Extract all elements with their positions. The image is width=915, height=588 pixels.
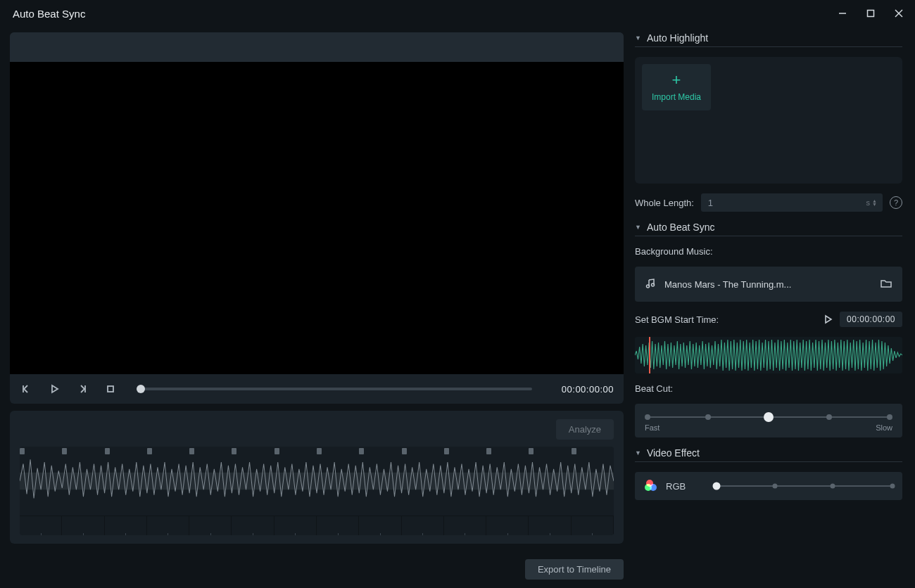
chevron-down-icon: ▼ xyxy=(635,34,641,41)
plus-icon: + xyxy=(672,72,681,88)
bgm-playhead[interactable] xyxy=(649,337,650,373)
video-effect-name: RGB xyxy=(666,481,708,492)
beat-cut-slider[interactable] xyxy=(648,416,890,418)
video-effect-slider[interactable] xyxy=(717,485,892,487)
background-music-row: Manos Mars - The Tunning.m... xyxy=(635,267,902,302)
titlebar: Auto Beat Sync xyxy=(0,0,915,27)
play-button[interactable] xyxy=(48,383,61,395)
whole-length-unit: s xyxy=(866,198,871,207)
next-frame-button[interactable] xyxy=(76,383,89,395)
bgm-start-value[interactable]: 00:00:00:00 xyxy=(840,312,902,327)
whole-length-label: Whole Length: xyxy=(635,198,694,208)
minimize-icon[interactable] xyxy=(835,6,850,21)
section-auto-beat-sync[interactable]: ▼ Auto Beat Sync xyxy=(635,222,902,236)
media-dropzone[interactable]: + Import Media xyxy=(635,57,902,184)
maximize-icon[interactable] xyxy=(863,6,878,21)
analyze-button[interactable]: Analyze xyxy=(556,419,614,440)
folder-icon[interactable] xyxy=(880,278,892,291)
whole-length-input[interactable]: 1 s ▲▼ xyxy=(701,193,883,212)
svg-rect-7 xyxy=(108,386,113,392)
waveform-timeline[interactable] xyxy=(20,447,614,535)
chevron-down-icon: ▼ xyxy=(635,224,641,231)
beat-cut-slow-label: Slow xyxy=(876,423,892,432)
svg-marker-5 xyxy=(52,385,58,392)
preview-viewport[interactable] xyxy=(10,62,624,374)
preview-card: 00:00:00:00 xyxy=(10,32,624,404)
player-controls: 00:00:00:00 xyxy=(10,374,624,404)
preview-tabs-bar xyxy=(10,32,624,62)
beat-cut-label: Beat Cut: xyxy=(635,383,902,394)
spinner-icon[interactable]: ▲▼ xyxy=(872,199,877,206)
video-effect-row: RGB xyxy=(635,472,902,500)
beat-cut-slider-box: Fast Slow xyxy=(635,404,902,437)
beat-cut-fast-label: Fast xyxy=(645,423,660,432)
section-title: Video Effect xyxy=(647,447,700,459)
import-media-label: Import Media xyxy=(652,92,701,102)
section-auto-highlight[interactable]: ▼ Auto Highlight xyxy=(635,32,902,47)
help-icon[interactable]: ? xyxy=(890,196,902,209)
section-video-effect[interactable]: ▼ Video Effect xyxy=(635,447,902,462)
section-title: Auto Beat Sync xyxy=(647,222,715,233)
whole-length-value: 1 xyxy=(708,198,713,208)
svg-point-10 xyxy=(652,283,655,286)
import-media-button[interactable]: + Import Media xyxy=(642,64,711,110)
timeline-segments xyxy=(20,516,614,535)
svg-point-9 xyxy=(647,285,650,288)
bgm-play-button[interactable] xyxy=(823,314,833,324)
music-note-icon xyxy=(645,278,656,291)
background-music-label: Background Music: xyxy=(635,246,902,257)
timeline-card: Analyze xyxy=(10,411,624,544)
prev-frame-button[interactable] xyxy=(20,383,32,395)
rgb-icon xyxy=(645,480,657,492)
bgm-start-label: Set BGM Start Time: xyxy=(635,314,719,325)
background-music-filename: Manos Mars - The Tunning.m... xyxy=(664,279,871,290)
stop-button[interactable] xyxy=(104,383,117,395)
window-controls xyxy=(835,6,907,21)
scrubber[interactable] xyxy=(141,388,532,390)
window-title: Auto Beat Sync xyxy=(13,8,85,20)
svg-marker-11 xyxy=(826,316,831,323)
svg-rect-1 xyxy=(868,11,874,17)
close-icon[interactable] xyxy=(891,6,907,21)
bgm-waveform[interactable] xyxy=(635,337,902,373)
export-to-timeline-button[interactable]: Export to Timeline xyxy=(525,559,624,580)
player-timecode: 00:00:00:00 xyxy=(562,384,614,395)
chevron-down-icon: ▼ xyxy=(635,449,641,456)
section-title: Auto Highlight xyxy=(647,32,708,44)
